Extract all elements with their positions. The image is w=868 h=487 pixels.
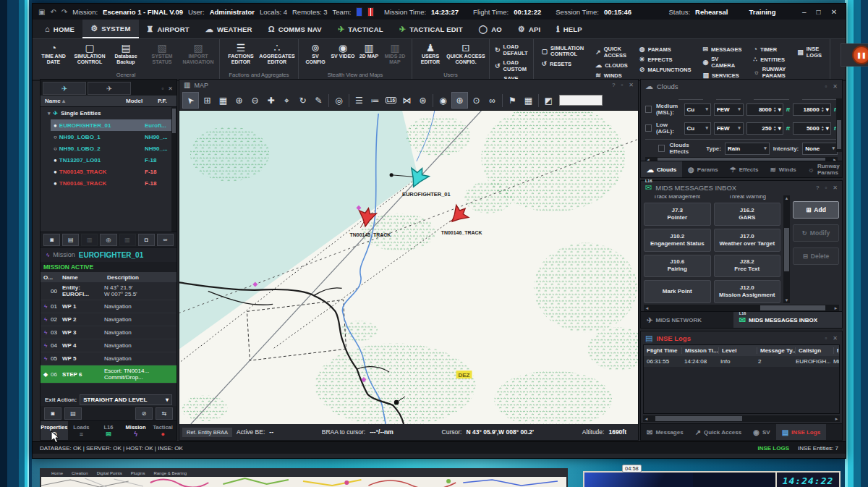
tab-mids-messages-inbox[interactable]: L16✉MIDS MESSAGES INBOX (733, 312, 842, 328)
close-button[interactable]: ✕ (831, 8, 837, 16)
panel-sv-camera[interactable]: ◉SV CAMERA (700, 55, 744, 69)
mids-btn-j10-6[interactable]: J10.6Pairing (644, 255, 711, 278)
panel-inse-logs[interactable]: ▤INSE LOGS (795, 45, 824, 59)
tab-winds[interactable]: ≋Winds (764, 161, 801, 177)
map-2d-button[interactable]: ▥2D MAP (357, 41, 381, 59)
sv-config-button[interactable]: ⊚SV CONFIG (302, 41, 329, 65)
medium-base-spinner[interactable]: 8000▲▼▾ (746, 103, 783, 116)
panel-malfunctions[interactable]: ⊘MALFUNCTIONS (637, 65, 694, 74)
map-tool-palette[interactable]: ◩ (541, 93, 556, 108)
map-search-input[interactable] (559, 95, 603, 106)
tab-tactical-side[interactable]: Tactical● (149, 421, 176, 440)
map-tool-rotate[interactable]: ↻ (295, 93, 310, 108)
report-button[interactable]: ▤ (64, 407, 82, 420)
medium-coverage-dropdown[interactable]: FEW▾ (714, 103, 744, 116)
mission-row-wp5[interactable]: ϟ05WP 5Navigation (41, 352, 176, 365)
map-tool-l16[interactable]: L16 (383, 93, 399, 108)
binoculars-button[interactable]: ∞ (157, 234, 174, 246)
tab-help[interactable]: ℹHELP (548, 20, 590, 38)
tab-quick-access[interactable]: ↗Quick Access (689, 424, 748, 440)
clear-button[interactable]: ⊘ (135, 407, 153, 420)
factions-editor-button[interactable]: ☰FACTIONS EDITOR (223, 41, 259, 65)
clouds-pin-icon[interactable]: ▫ (825, 83, 827, 90)
tab-effects[interactable]: ☂Effects (724, 161, 765, 177)
mids-btn-j10-2[interactable]: J10.2Engagement Status (644, 229, 711, 252)
load-custom-button[interactable]: ↺LOAD CUSTOM (493, 59, 530, 73)
panel-messages[interactable]: ✉MESSAGES (700, 45, 744, 54)
entity-row-tn00145[interactable]: ●TN00145_TRACK F-18 (51, 166, 176, 177)
mids-btn-j7-3[interactable]: J7.3Pointer (644, 203, 711, 226)
low-base-spinner[interactable]: 250▲▼▾ (746, 122, 783, 135)
tab-mids-network[interactable]: ✈MIDS NETWORK (641, 312, 733, 328)
card-button[interactable]: ▤ (62, 234, 79, 246)
panel-resets[interactable]: ↺RESETS (540, 59, 587, 68)
panel-params[interactable]: ◍PARAMS (637, 45, 694, 54)
panel-quick-access[interactable]: ↗QUICK ACCESS (593, 45, 630, 59)
expand-icon[interactable]: ▾ (48, 111, 51, 117)
tree-scrollbar[interactable] (171, 107, 176, 232)
tab-params[interactable]: ◍Params (682, 161, 724, 177)
maximize-button[interactable]: □ (817, 8, 821, 16)
map-tool-center[interactable]: ⌖ (279, 93, 294, 108)
mission-row-wp3[interactable]: ϟ03WP 3Navigation (41, 326, 176, 339)
panel-effects[interactable]: ✳EFFECTS (637, 55, 694, 64)
panel-clouds[interactable]: ☁CLOUDS (593, 61, 630, 69)
clouds-close-icon[interactable]: ✕ (833, 83, 838, 90)
mids-btn-j28-2[interactable]: J28.2Free Text (714, 255, 781, 278)
users-editor-button[interactable]: ♟USERS EDITOR (415, 41, 446, 65)
clouds-hscrollbar[interactable]: ◄► (645, 157, 838, 161)
map-close-icon[interactable]: ✕ (629, 82, 634, 88)
save-icon[interactable]: ▣ (38, 8, 45, 16)
snapshot-button[interactable]: ◙ (44, 407, 61, 420)
tab-clouds[interactable]: ☁Clouds (641, 161, 682, 177)
capture-button[interactable]: ◙ (43, 234, 60, 246)
time-and-date-button[interactable]: ◔TIME AND DATE (35, 41, 72, 65)
tab-tactical-edit[interactable]: ✈TACTICAL EDIT (391, 20, 471, 38)
mission-row-wp1[interactable]: ϟ01WP 1Navigation (41, 300, 176, 313)
ref-entity-chip[interactable]: Ref. Entity BRAA (182, 428, 232, 437)
minimize-button[interactable]: – (802, 8, 807, 16)
sv-video-button[interactable]: ◉SV VIDEO (329, 41, 357, 59)
tab-inse-logs[interactable]: ▤INSE Logs (776, 424, 826, 440)
clouds-vscrollbar[interactable] (836, 98, 842, 152)
tab-mission[interactable]: Missionϟ (122, 421, 150, 440)
inse-close-icon[interactable]: ✕ (833, 335, 838, 342)
mids-pin-icon[interactable]: ▫ (825, 185, 827, 191)
map-tool-flag[interactable]: ⚑ (505, 93, 520, 108)
tab-api[interactable]: ⚙API (510, 20, 549, 38)
entity-row-nh90-1[interactable]: ○NH90_LOBO_1 NH90_... (51, 131, 176, 143)
entity-row-tn13207[interactable]: ●TN13207_LO01 F-18 (51, 154, 176, 166)
tab-weather[interactable]: ☁WEATHER (197, 20, 260, 38)
tab-messages[interactable]: ✉Messages (641, 424, 689, 440)
effects-intensity-dropdown[interactable]: None▾ (802, 143, 838, 155)
tab-runway-params[interactable]: ☼Runway Params (802, 161, 846, 177)
panel-simulation-control[interactable]: ▢SIMULATION CONTROL (540, 45, 587, 58)
sidebar-pin-icon[interactable]: ▫ (161, 85, 163, 92)
mids-btn-j16-2[interactable]: J16.2GARS (714, 203, 781, 226)
map-tool-circle-plane[interactable]: ⊙ (469, 93, 484, 108)
low-top-spinner[interactable]: 5000▲▼▾ (793, 122, 831, 135)
undo-icon[interactable]: ↶ (50, 8, 56, 16)
inse-hscrollbar[interactable]: ◄► (643, 415, 840, 422)
mids-add-button[interactable]: ⊞Add (793, 201, 839, 219)
mission-row-step6[interactable]: ◆06 STEP 6 Escort: TN0014...Commit/Drop.… (41, 365, 176, 384)
tab-airport[interactable]: ♜AIRPORT (139, 20, 197, 38)
medium-checkbox[interactable] (645, 106, 652, 113)
map-pin-icon[interactable]: ▫ (621, 82, 623, 88)
tab-loads[interactable]: Loads≡ (68, 421, 95, 440)
mission-row-wp4[interactable]: ϟ04WP 4Navigation (41, 339, 176, 352)
sort-icon[interactable]: ▴ (62, 98, 65, 104)
mission-row-entity[interactable]: 00 Entity: EUROFI... N 43° 21.9'W 007° 2… (41, 282, 176, 300)
map-tool-compass[interactable]: ⊛ (415, 93, 430, 108)
map-tool-layers[interactable]: ▦ (216, 93, 231, 108)
mids-btn-j17-0[interactable]: J17.0Weather over Target (714, 229, 781, 252)
entity-row-nh90-2[interactable]: ○NH90_LOBO_2 NH90_... (51, 143, 176, 154)
effects-type-dropdown[interactable]: Rain▾ (725, 143, 770, 155)
entities-tab-1[interactable]: ✈ (43, 82, 86, 95)
entity-row-eurofighter[interactable]: ●EUROFIGHTER_01 Eurofi... (51, 119, 176, 131)
map-tool-zoom-in[interactable]: ⊕ (231, 93, 247, 108)
quick-access-config-button[interactable]: ⊡QUICK ACCESS CONFIG. (446, 41, 486, 65)
pause-button[interactable]: ❚❚ (852, 46, 868, 64)
tab-l16[interactable]: L16✉ (95, 421, 122, 440)
database-backup-button[interactable]: ▤Database Backup (108, 41, 144, 65)
